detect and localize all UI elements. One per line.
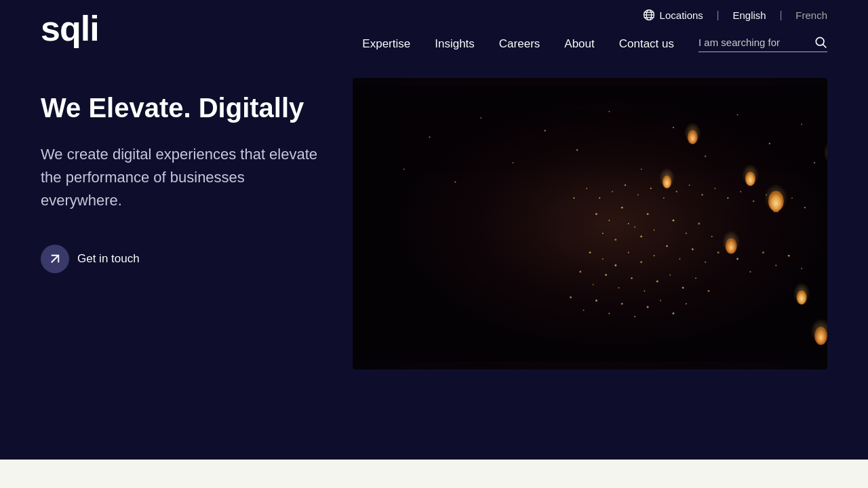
svg-point-20 <box>513 162 514 163</box>
svg-point-18 <box>403 169 405 170</box>
nav-careers[interactable]: Careers <box>499 37 540 51</box>
logo-text: sqli <box>41 11 99 46</box>
svg-point-69 <box>570 296 572 298</box>
lantern-scene <box>353 78 827 369</box>
nav-expertise[interactable]: Expertise <box>362 37 410 51</box>
svg-point-79 <box>573 197 574 199</box>
svg-point-96 <box>791 197 793 199</box>
svg-point-66 <box>775 265 776 266</box>
svg-point-53 <box>593 284 594 285</box>
svg-point-60 <box>682 287 684 289</box>
header: Locations | English | French Expertise I… <box>0 0 868 58</box>
main-nav: Expertise Insights Careers About Contact… <box>41 30 827 58</box>
svg-point-55 <box>618 287 620 289</box>
search-button[interactable] <box>814 35 827 49</box>
svg-point-122 <box>793 283 810 304</box>
svg-point-100 <box>764 184 787 212</box>
cta-arrow-icon <box>41 245 69 273</box>
nav-insights[interactable]: Insights <box>435 37 475 51</box>
svg-point-19 <box>454 181 456 182</box>
search-input[interactable] <box>698 37 807 48</box>
svg-point-21 <box>576 149 578 150</box>
english-lang-link[interactable]: English <box>732 9 766 21</box>
search-container <box>698 35 827 52</box>
svg-point-11 <box>480 117 481 119</box>
globe-icon <box>642 8 656 22</box>
svg-point-84 <box>637 194 639 195</box>
svg-point-80 <box>586 188 587 189</box>
svg-point-29 <box>634 226 635 228</box>
svg-point-126 <box>742 164 759 186</box>
svg-point-67 <box>788 255 790 257</box>
svg-point-5 <box>816 37 824 45</box>
main-content: We Elevate. Digitally We create digital … <box>0 58 868 369</box>
logo[interactable]: sqli <box>41 11 99 46</box>
svg-point-59 <box>669 274 671 276</box>
svg-point-12 <box>545 130 546 131</box>
svg-point-57 <box>644 290 645 291</box>
svg-line-6 <box>823 45 827 48</box>
svg-point-28 <box>621 207 623 209</box>
svg-point-74 <box>634 316 635 317</box>
svg-point-40 <box>589 251 591 253</box>
svg-point-38 <box>698 223 700 225</box>
header-top: Locations | English | French <box>41 0 827 30</box>
svg-point-48 <box>692 248 694 250</box>
svg-point-120 <box>722 230 740 253</box>
hero-title: We Elevate. Digitally <box>41 92 326 124</box>
svg-point-78 <box>686 303 687 304</box>
svg-point-16 <box>769 143 770 144</box>
svg-point-83 <box>625 184 626 186</box>
svg-point-89 <box>701 194 703 195</box>
svg-point-62 <box>708 290 710 292</box>
svg-point-31 <box>602 232 604 234</box>
svg-point-58 <box>656 281 658 283</box>
hero-image <box>353 78 827 369</box>
svg-point-22 <box>641 169 642 170</box>
svg-point-25 <box>814 162 815 163</box>
svg-point-36 <box>673 220 675 222</box>
svg-point-44 <box>640 261 642 263</box>
svg-point-61 <box>695 277 696 279</box>
svg-point-47 <box>679 258 680 260</box>
svg-point-73 <box>621 303 623 305</box>
svg-point-46 <box>666 245 668 247</box>
svg-point-88 <box>689 184 690 186</box>
svg-point-37 <box>686 232 687 234</box>
svg-point-82 <box>612 191 613 192</box>
svg-point-65 <box>762 251 764 253</box>
locations-label: Locations <box>660 9 703 21</box>
svg-point-87 <box>676 191 677 192</box>
svg-point-68 <box>801 268 802 269</box>
svg-point-14 <box>673 127 674 128</box>
svg-point-17 <box>801 123 802 125</box>
hero-text-section: We Elevate. Digitally We create digital … <box>41 78 326 273</box>
svg-line-7 <box>52 256 59 263</box>
svg-point-39 <box>711 236 713 237</box>
svg-point-34 <box>640 236 642 238</box>
svg-point-45 <box>654 255 655 256</box>
svg-point-97 <box>804 207 806 208</box>
svg-point-132 <box>684 123 701 144</box>
svg-point-92 <box>740 191 741 192</box>
svg-point-49 <box>705 262 706 263</box>
svg-point-35 <box>654 230 655 231</box>
svg-point-52 <box>579 271 581 273</box>
svg-point-32 <box>614 239 616 241</box>
svg-point-93 <box>753 201 754 202</box>
svg-point-72 <box>608 312 610 314</box>
nav-contact[interactable]: Contact us <box>619 37 674 51</box>
footer-bar <box>0 460 868 488</box>
svg-point-30 <box>647 213 649 215</box>
svg-point-10 <box>429 136 430 138</box>
french-lang-link[interactable]: French <box>795 9 827 21</box>
svg-point-85 <box>650 188 652 189</box>
nav-about[interactable]: About <box>564 37 594 51</box>
svg-point-50 <box>717 251 719 253</box>
locations-button[interactable]: Locations <box>642 8 703 22</box>
lang-divider: | <box>717 9 719 20</box>
svg-point-64 <box>750 271 751 272</box>
get-in-touch-button[interactable]: Get in touch <box>41 245 140 273</box>
svg-point-90 <box>715 188 716 189</box>
svg-point-75 <box>647 306 649 308</box>
